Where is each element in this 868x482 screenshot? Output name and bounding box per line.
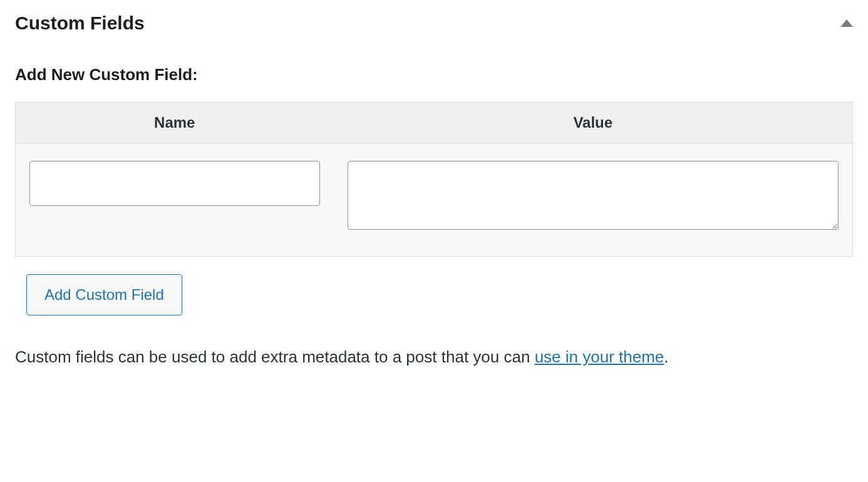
value-field[interactable] bbox=[348, 161, 839, 230]
name-cell bbox=[16, 143, 334, 257]
name-column-header: Name bbox=[16, 103, 334, 143]
button-row: Add Custom Field bbox=[26, 274, 853, 315]
table-row bbox=[16, 143, 853, 257]
collapse-toggle-icon[interactable] bbox=[840, 19, 853, 27]
name-field[interactable] bbox=[29, 161, 320, 206]
description-before: Custom fields can be used to add extra m… bbox=[15, 347, 535, 366]
description-after: . bbox=[664, 347, 668, 366]
panel-header: Custom Fields bbox=[15, 13, 853, 34]
add-custom-field-button[interactable]: Add Custom Field bbox=[26, 274, 182, 315]
value-cell bbox=[334, 143, 853, 257]
add-new-heading: Add New Custom Field: bbox=[15, 65, 853, 85]
use-in-theme-link[interactable]: use in your theme bbox=[535, 347, 664, 366]
custom-fields-table: Name Value bbox=[15, 102, 853, 257]
panel-title: Custom Fields bbox=[15, 13, 145, 34]
value-column-header: Value bbox=[334, 103, 853, 143]
description-text: Custom fields can be used to add extra m… bbox=[15, 344, 853, 371]
